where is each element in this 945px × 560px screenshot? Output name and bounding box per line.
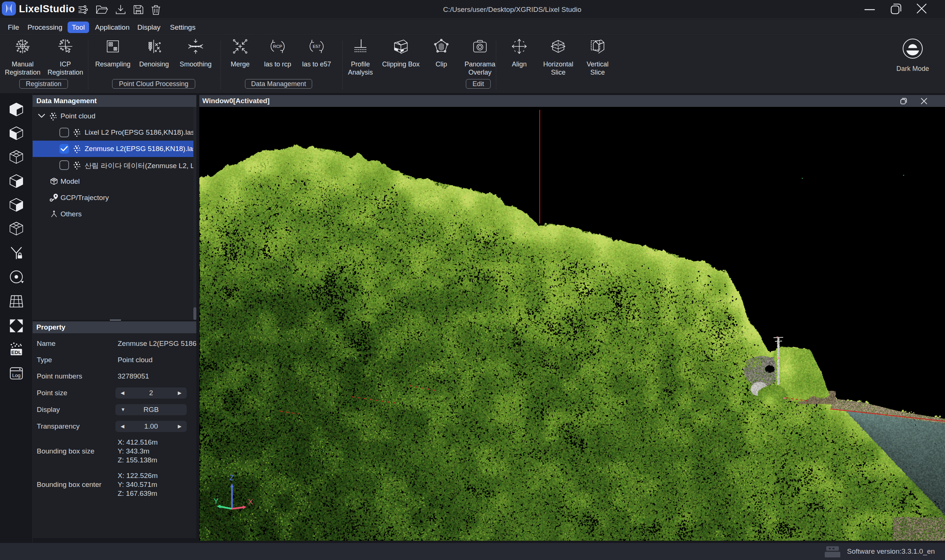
svg-text:RCP: RCP <box>273 44 282 49</box>
svg-text:Log: Log <box>12 372 20 378</box>
svg-text:E57: E57 <box>313 44 320 49</box>
svg-text:EDL: EDL <box>11 349 22 355</box>
